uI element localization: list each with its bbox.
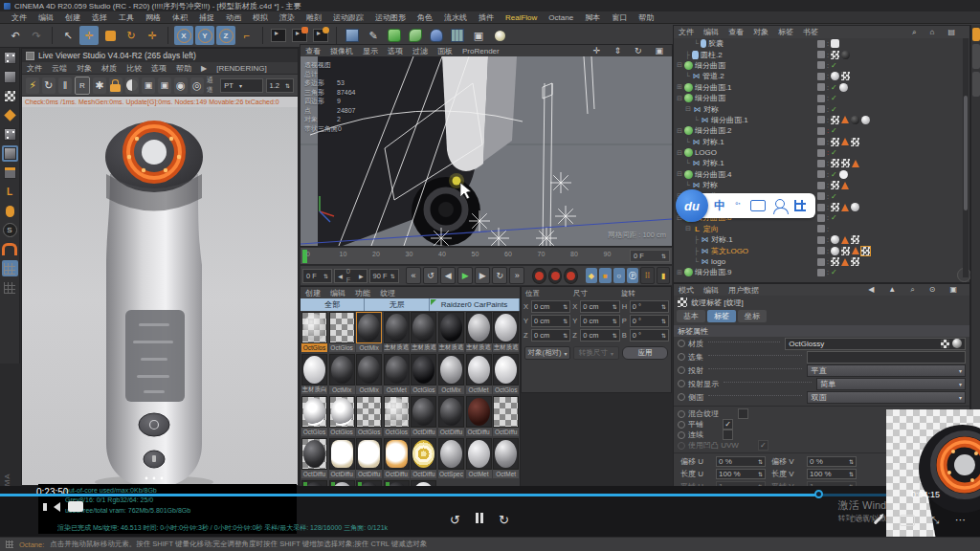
tree-branch[interactable]: └ <box>694 117 699 123</box>
key-parameter-icon[interactable]: Ⓟ <box>627 268 638 283</box>
anim-dot-icon[interactable] <box>678 431 685 439</box>
material-thumbnail[interactable] <box>384 396 410 428</box>
workplane-mode-icon[interactable] <box>2 107 18 123</box>
material-thumbnail[interactable] <box>438 354 464 386</box>
coord-value-field[interactable]: 0 cm⇅ <box>531 315 570 327</box>
material-item[interactable]: 主材质遮 <box>466 312 492 353</box>
texture-tag-selected-icon[interactable] <box>861 247 870 255</box>
material-item[interactable]: OctMix <box>438 354 464 395</box>
mat-menu-编辑[interactable]: 编辑 <box>325 288 350 298</box>
anim-dot-icon[interactable] <box>678 442 685 450</box>
menu-运动图形[interactable]: 运动图形 <box>369 12 412 23</box>
pause-icon[interactable] <box>476 513 483 527</box>
anim-dot-icon[interactable] <box>678 393 685 401</box>
material-item[interactable]: OctDiffu <box>466 396 492 437</box>
visibility-toggle-icon[interactable] <box>817 138 825 145</box>
menu-雕刻[interactable]: 雕刻 <box>301 12 327 23</box>
undo-icon[interactable]: ↶ <box>6 26 25 45</box>
menu-RealFlow[interactable]: RealFlow <box>500 13 543 22</box>
object-name[interactable]: LOGO <box>695 148 717 157</box>
material-item[interactable]: OctDiffu <box>493 396 519 437</box>
ime-keyboard-icon[interactable] <box>750 200 766 211</box>
tree-branch[interactable]: ⊟ <box>677 149 682 157</box>
move-tool-icon[interactable]: ✛ <box>79 26 99 45</box>
material-item[interactable]: OctMix <box>356 312 382 353</box>
camera-icon[interactable]: ▣ <box>469 26 488 45</box>
video-progress-handle[interactable] <box>814 490 823 498</box>
attr-input-选集[interactable] <box>807 351 966 364</box>
lv-focus-picker-icon[interactable]: ◎ <box>190 77 204 94</box>
visibility-toggle-icon[interactable] <box>817 236 825 244</box>
viewport-solo-icon[interactable] <box>2 203 18 219</box>
phong-tag-icon[interactable] <box>841 204 849 211</box>
tree-branch[interactable]: └ <box>685 182 690 188</box>
glass-tag-icon[interactable] <box>839 83 848 92</box>
checker-tag-icon[interactable] <box>831 51 839 59</box>
visibility-dots-icon[interactable]: : <box>827 73 829 79</box>
object-row[interactable]: └⋈对称.1: <box>674 137 969 147</box>
checker-tag-icon[interactable] <box>831 257 839 266</box>
checker-tag-icon[interactable] <box>831 138 839 146</box>
lv-settings-gear-icon[interactable]: ✱ <box>93 77 106 94</box>
object-row[interactable]: └⋈细分曲面.1: <box>674 115 969 125</box>
cycle-button[interactable]: ↻ <box>492 267 507 284</box>
anim-dot-icon[interactable] <box>678 421 685 429</box>
tree-branch[interactable]: ⊟ <box>677 170 682 178</box>
lv-menu-▶[interactable]: ▶ <box>196 64 212 73</box>
uv-value-field[interactable]: 0 %⇅ <box>716 456 766 467</box>
visibility-dots-icon[interactable]: : <box>827 171 829 178</box>
object-row[interactable]: ⊟细分曲面.4:✓ <box>674 169 969 180</box>
lv-menu-对象[interactable]: 对象 <box>72 63 97 74</box>
ime-lang-toggle[interactable]: 中 <box>714 198 725 214</box>
visibility-toggle-icon[interactable] <box>817 51 825 58</box>
am-panel-icon[interactable]: ▣ <box>945 285 962 295</box>
goto-start-button[interactable]: « <box>406 267 421 284</box>
lv-menu-帮助[interactable]: 帮助 <box>171 63 196 74</box>
anim-dot-icon[interactable] <box>678 366 685 374</box>
material-item[interactable]: OctMet <box>466 438 492 479</box>
material-thumbnail[interactable] <box>384 354 410 386</box>
object-name[interactable]: 细分曲面.9 <box>695 267 732 277</box>
visibility-toggle-icon[interactable] <box>817 214 825 222</box>
object-name[interactable]: 管道.2 <box>702 71 724 81</box>
menu-渲染[interactable]: 渲染 <box>274 12 301 23</box>
environment-icon[interactable] <box>427 26 446 45</box>
visibility-toggle-icon[interactable] <box>817 61 825 69</box>
om-search-icon[interactable]: ⌕ <box>907 28 921 37</box>
side-tab-2[interactable] <box>972 72 980 97</box>
ime-punct-toggle[interactable]: °’ <box>735 201 741 210</box>
attr-select-投射[interactable]: 平直▾ <box>807 364 966 377</box>
vp-menu-选项[interactable]: 选项 <box>383 46 408 56</box>
edges-mode-icon[interactable] <box>2 145 18 162</box>
am-up-icon[interactable]: ▲ <box>883 285 901 295</box>
material-thumbnail[interactable] <box>438 438 464 470</box>
blob-tag-icon[interactable] <box>839 170 848 179</box>
phong-tag-icon[interactable] <box>841 258 849 266</box>
lv-material-ball-icon[interactable] <box>125 77 139 94</box>
phong-tag-icon[interactable] <box>841 116 849 123</box>
material-item[interactable]: 主材质遮 <box>384 312 410 353</box>
material-item[interactable]: OctDiffu <box>329 438 355 479</box>
visibility-dots-icon[interactable]: : <box>827 40 829 47</box>
model-mode-icon[interactable] <box>2 69 18 85</box>
menu-创建[interactable]: 创建 <box>59 12 86 23</box>
object-name[interactable]: 圆柱.2 <box>701 50 723 60</box>
menu-Octane[interactable]: Octane <box>543 13 579 22</box>
menu-窗口[interactable]: 窗口 <box>606 12 633 23</box>
play-button[interactable]: ▶ <box>457 267 473 284</box>
coord-value-field[interactable]: 0 cm⇅ <box>580 329 619 342</box>
apply-button[interactable]: 应用 <box>622 346 668 360</box>
object-name[interactable]: 细分曲面.1 <box>711 115 748 125</box>
material-item[interactable]: OctGlos <box>384 396 410 437</box>
menu-运动跟踪[interactable]: 运动跟踪 <box>327 12 369 23</box>
om-menu-文件[interactable]: 文件 <box>674 27 699 37</box>
material-item[interactable]: 主材质遮 <box>438 312 464 353</box>
visibility-dots-icon[interactable]: : <box>827 182 829 188</box>
redo-icon[interactable]: ↷ <box>27 26 46 45</box>
key-position-icon[interactable]: ◆ <box>586 268 597 283</box>
object-name[interactable]: 细分曲面.2 <box>695 125 732 136</box>
object-row[interactable]: ├⋈英文LOGO: <box>674 245 969 255</box>
material-item[interactable]: OctGlos <box>356 396 382 437</box>
anim-dot-icon[interactable] <box>678 410 685 418</box>
lock-x-axis-icon[interactable]: X <box>174 26 193 45</box>
